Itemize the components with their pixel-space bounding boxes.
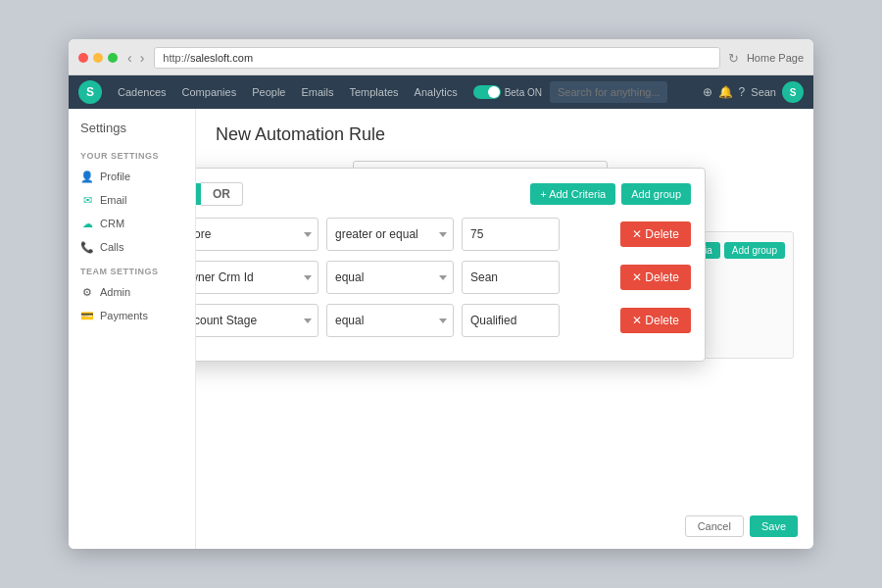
modal-add-group-button[interactable]: Add group [621,183,691,205]
add-group-button[interactable]: Add group [724,242,785,259]
modal-op-2[interactable]: equal [326,261,454,294]
traffic-lights [78,53,118,63]
modal-row-2: Owner Crm Id equal ✕ Delete [196,261,691,294]
settings-title: Settings [69,121,195,143]
modal-field-2[interactable]: Owner Crm Id [196,261,318,294]
browser-chrome: ‹ › http:// salesloft.com ↻ Home Page [69,39,813,75]
modal-row-1: Score greater or equal ✕ Delete [196,218,691,251]
beta-toggle-switch[interactable] [473,85,501,99]
page-content: Settings YOUR SETTINGS 👤 Profile ✉ Email… [69,109,813,549]
minimize-traffic-light[interactable] [93,53,103,63]
sidebar-item-calls[interactable]: 📞 Calls [69,235,195,259]
nav-people[interactable]: People [244,75,293,109]
nav-cadences[interactable]: Cadences [110,75,174,109]
nav-emails[interactable]: Emails [293,75,341,109]
nav-icons: ⊕ 🔔 ? Sean S [703,81,804,103]
profile-icon: 👤 [80,170,94,183]
modal-delete-1[interactable]: ✕ Delete [620,221,691,247]
nav-templates[interactable]: Templates [341,75,406,109]
nav-companies[interactable]: Companies [174,75,245,109]
user-name[interactable]: Sean [751,86,776,98]
sidebar-item-profile[interactable]: 👤 Profile [69,165,195,188]
main-area: New Automation Rule Automation Rule Name… [196,109,813,549]
app-navbar: S Cadences Companies People Emails Templ… [69,75,813,109]
your-settings-label: YOUR SETTINGS [69,143,195,165]
modal-val-1[interactable] [462,218,560,251]
user-avatar[interactable]: S [782,81,804,103]
payments-icon: 💳 [80,309,94,322]
nav-buttons: ‹ › [125,50,146,66]
url-domain: salesloft.com [190,52,253,64]
back-button[interactable]: ‹ [125,50,134,66]
close-traffic-light[interactable] [78,53,88,63]
forward-button[interactable]: › [138,50,147,66]
calls-icon: 📞 [80,240,94,254]
modal-delete-3[interactable]: ✕ Delete [620,308,691,333]
sidebar: Settings YOUR SETTINGS 👤 Profile ✉ Email… [69,109,196,549]
modal-row-3: Account Stage equal ✕ Delete [196,304,691,337]
profile-label: Profile [100,171,130,182]
crm-label: CRM [100,218,124,229]
browser-window: ‹ › http:// salesloft.com ↻ Home Page S … [69,39,813,549]
modal-add-criteria-button[interactable]: + Add Criteria [530,183,615,205]
modal-criteria-header: AND OR + Add Criteria Add group [196,182,691,206]
app-logo: S [78,80,102,104]
modal-op-3[interactable]: equal [326,304,454,337]
beta-label: Beta ON [505,87,542,98]
nav-icon-bell[interactable]: 🔔 [718,85,733,99]
maximize-traffic-light[interactable] [108,53,118,63]
nav-icon-wifi: ⊕ [703,85,712,99]
save-button[interactable]: Save [750,515,798,537]
admin-label: Admin [100,286,130,298]
admin-icon: ⚙ [80,285,94,299]
team-settings-label: TEAM SETTINGS [69,259,195,280]
crm-icon: ☁ [80,217,94,230]
modal-val-2[interactable] [462,261,560,294]
nav-analytics[interactable]: Analytics [407,75,466,109]
modal-or-button[interactable]: OR [201,182,243,206]
modal-op-1[interactable]: greater or equal [326,218,454,251]
url-prefix: http:// [163,52,190,64]
beta-toggle: Beta ON [473,85,542,99]
email-icon: ✉ [80,193,94,207]
nav-icon-question[interactable]: ? [739,85,746,99]
action-bar: Cancel Save [685,515,798,537]
nav-links: Cadences Companies People Emails Templat… [110,75,466,109]
modal-val-3[interactable] [462,304,560,337]
cancel-button[interactable]: Cancel [685,515,744,537]
modal-delete-2[interactable]: ✕ Delete [620,265,691,290]
sidebar-item-payments[interactable]: 💳 Payments [69,304,195,327]
modal-overlay: AND OR + Add Criteria Add group Score gr… [196,168,706,362]
toggle-knob [488,86,500,98]
modal-field-1[interactable]: Score [196,218,318,251]
page-title: New Automation Rule [216,124,794,145]
payments-label: Payments [100,310,148,321]
sidebar-item-email[interactable]: ✉ Email [69,188,195,212]
address-bar[interactable]: http:// salesloft.com [154,47,720,69]
refresh-icon[interactable]: ↻ [728,51,739,66]
modal-field-3[interactable]: Account Stage [196,304,318,337]
email-label: Email [100,194,127,206]
sidebar-item-admin[interactable]: ⚙ Admin [69,280,195,304]
home-page-label: Home Page [747,52,804,64]
search-input[interactable] [550,81,667,103]
calls-label: Calls [100,241,123,253]
sidebar-item-crm[interactable]: ☁ CRM [69,212,195,235]
